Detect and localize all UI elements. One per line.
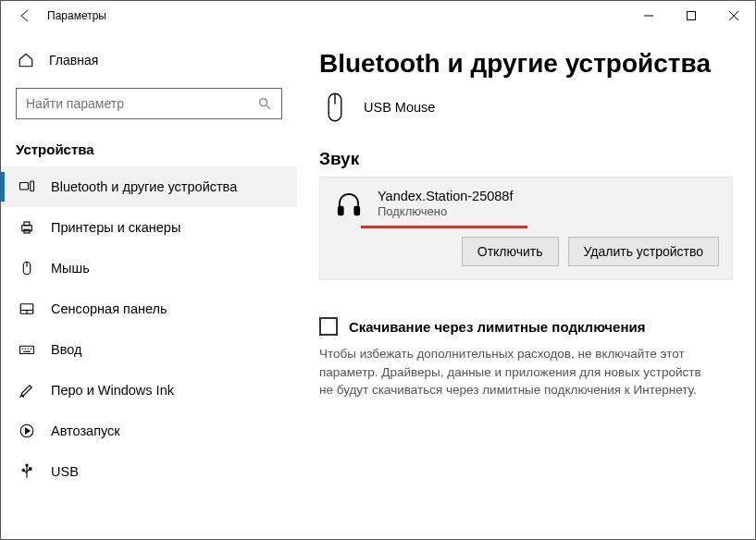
svg-point-25 bbox=[26, 464, 28, 466]
svg-rect-31 bbox=[354, 207, 359, 215]
keyboard-icon bbox=[18, 340, 36, 359]
close-button[interactable] bbox=[713, 1, 755, 31]
svg-marker-23 bbox=[26, 428, 31, 434]
headphones-icon bbox=[333, 189, 365, 220]
arrow-left-icon bbox=[18, 8, 32, 23]
sound-device-name: Yandex.Station-25088f bbox=[378, 189, 513, 203]
svg-rect-9 bbox=[24, 222, 30, 226]
sidebar-item-label: Перо и Windows Ink bbox=[51, 383, 174, 398]
search-box[interactable] bbox=[16, 88, 282, 119]
sidebar-item-bluetooth[interactable]: Bluetooth и другие устройства bbox=[1, 166, 297, 207]
sidebar-item-mouse[interactable]: Мышь bbox=[1, 248, 297, 288]
checkbox-unchecked-icon[interactable] bbox=[319, 317, 338, 336]
sidebar-item-pen[interactable]: Перо и Windows Ink bbox=[1, 370, 297, 411]
minimize-button[interactable] bbox=[627, 1, 670, 31]
sidebar-item-label: Ввод bbox=[51, 342, 81, 357]
home-icon bbox=[18, 52, 34, 68]
sidebar-item-printers[interactable]: Принтеры и сканеры bbox=[1, 207, 297, 248]
device-row-mouse[interactable]: USB Mouse bbox=[319, 92, 733, 123]
device-name: USB Mouse bbox=[364, 100, 435, 115]
sidebar: Главная Устройства Bluetooth и другие ус… bbox=[1, 31, 297, 539]
sidebar-item-label: Сенсорная панель bbox=[51, 301, 167, 316]
svg-point-26 bbox=[22, 469, 24, 471]
touchpad-icon bbox=[18, 300, 36, 318]
main-panel: Bluetooth и другие устройства USB Mouse … bbox=[297, 31, 755, 539]
minimize-icon bbox=[644, 11, 653, 20]
svg-line-5 bbox=[266, 105, 270, 109]
maximize-button[interactable] bbox=[670, 1, 713, 31]
sidebar-section-title: Устройства bbox=[1, 136, 297, 166]
sound-heading: Звук bbox=[319, 149, 733, 169]
checkbox-label: Скачивание через лимитные подключения bbox=[349, 319, 645, 335]
sidebar-home-label: Главная bbox=[49, 53, 98, 68]
mouse-icon bbox=[18, 259, 36, 277]
sidebar-item-label: Автозапуск bbox=[51, 423, 120, 438]
annotation-underline bbox=[361, 226, 527, 228]
sidebar-item-typing[interactable]: Ввод bbox=[1, 329, 297, 370]
sidebar-item-label: Мышь bbox=[51, 261, 90, 276]
svg-rect-8 bbox=[22, 226, 32, 231]
disconnect-button[interactable]: Отключить bbox=[462, 237, 559, 266]
usb-icon bbox=[18, 462, 36, 481]
svg-rect-27 bbox=[30, 468, 31, 470]
titlebar: Параметры bbox=[1, 1, 755, 31]
sidebar-item-label: Bluetooth и другие устройства bbox=[51, 179, 237, 194]
mouse-icon bbox=[319, 92, 351, 123]
sidebar-item-usb[interactable]: USB bbox=[1, 451, 297, 492]
sidebar-item-touchpad[interactable]: Сенсорная панель bbox=[1, 288, 297, 329]
svg-point-4 bbox=[260, 99, 267, 106]
svg-rect-1 bbox=[688, 12, 696, 20]
back-button[interactable] bbox=[8, 1, 42, 31]
svg-rect-7 bbox=[31, 181, 34, 191]
close-icon bbox=[729, 11, 738, 20]
sidebar-item-label: Принтеры и сканеры bbox=[51, 220, 180, 235]
devices-icon bbox=[18, 178, 36, 196]
metered-download-description: Чтобы избежать дополнительных расходов, … bbox=[319, 345, 717, 399]
window-title: Параметры bbox=[47, 9, 106, 22]
svg-rect-6 bbox=[20, 183, 29, 190]
autoplay-icon bbox=[18, 422, 36, 440]
search-icon bbox=[257, 96, 272, 111]
svg-rect-30 bbox=[339, 207, 343, 215]
page-heading: Bluetooth и другие устройства bbox=[319, 49, 733, 79]
sidebar-home[interactable]: Главная bbox=[1, 42, 297, 79]
remove-device-button[interactable]: Удалить устройство bbox=[568, 237, 719, 266]
sound-device-status: Подключено bbox=[378, 204, 513, 218]
maximize-icon bbox=[687, 11, 696, 20]
sidebar-item-label: USB bbox=[51, 464, 79, 479]
sound-device-card: Yandex.Station-25088f Подключено Отключи… bbox=[319, 177, 733, 280]
pen-icon bbox=[18, 381, 36, 399]
metered-download-checkbox-row[interactable]: Скачивание через лимитные подключения bbox=[319, 317, 733, 336]
printer-icon bbox=[18, 218, 36, 237]
svg-rect-16 bbox=[20, 346, 34, 353]
sidebar-item-autoplay[interactable]: Автозапуск bbox=[1, 411, 297, 451]
search-input[interactable] bbox=[26, 96, 257, 111]
